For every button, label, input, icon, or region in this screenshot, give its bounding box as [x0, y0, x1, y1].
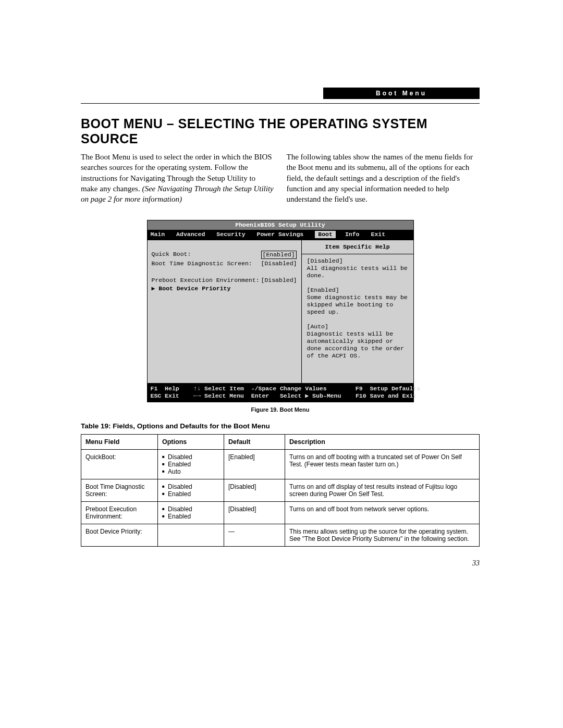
bios-row-label: Preboot Execution Environment: [152, 277, 261, 284]
option-item: Disabled [162, 453, 219, 461]
figure-caption: Figure 19. Boot Menu [81, 406, 480, 413]
bios-title-bar: PhoenixBIOS Setup Utility [148, 220, 413, 230]
cell-options [158, 524, 224, 547]
bios-tab-info: Info [345, 231, 360, 238]
bios-help-title: Item Specific Help [302, 240, 413, 254]
bios-tab-exit: Exit [371, 231, 385, 238]
bios-screenshot: PhoenixBIOS Setup Utility Main Advanced … [147, 220, 414, 402]
table-row: QuickBoot:DisabledEnabledAuto[Enabled]Tu… [81, 450, 480, 479]
th-options: Options [158, 435, 224, 450]
bios-footer-line2: ESC Exit ←→ Select Menu Enter Select ▶ S… [151, 392, 417, 399]
cell-field: Preboot Execution Environment: [81, 502, 158, 524]
bios-tab-power: Power Savings [257, 231, 304, 238]
option-item: Enabled [162, 490, 219, 498]
th-menu-field: Menu Field [81, 435, 158, 450]
bios-row-label: Quick Boot: [152, 251, 261, 259]
bios-footer-line1: F1 Help ↑↓ Select Item -/Space Change Va… [151, 385, 421, 392]
cell-field: Boot Device Priority: [81, 524, 158, 547]
intro-right-text: The following tables show the names of t… [287, 152, 480, 204]
page-number: 33 [472, 559, 480, 567]
cell-description: Turns on and off boot from network serve… [285, 502, 480, 524]
option-item: Auto [162, 468, 219, 475]
bios-row-label: Boot Time Diagnostic Screen: [152, 260, 261, 267]
horizontal-rule [81, 103, 480, 104]
cell-description: Turns on and off booting with a truncate… [285, 450, 480, 479]
bios-row-submenu: ▶ Boot Device Priority [152, 285, 261, 292]
bios-settings-list: Quick Boot: [Enabled] Boot Time Diagnost… [148, 240, 302, 383]
bios-footer: F1 Help ↑↓ Select Item -/Space Change Va… [148, 384, 413, 402]
cell-options: DisabledEnabled [158, 502, 224, 524]
bios-row-value: [Disabled] [261, 277, 297, 284]
bios-row-value-selected: [Enabled] [261, 251, 297, 259]
option-item: Enabled [162, 513, 219, 520]
cell-field: QuickBoot: [81, 450, 158, 479]
bios-tab-advanced: Advanced [176, 231, 205, 238]
cell-description: This menu allows setting up the source f… [285, 524, 480, 547]
cell-default: — [224, 524, 285, 547]
table-row: Boot Time Diagnostic Screen:DisabledEnab… [81, 479, 480, 502]
cell-default: [Disabled] [224, 502, 285, 524]
page-title: BOOT MENU – SELECTING THE OPERATING SYST… [81, 116, 480, 146]
option-item: Disabled [162, 505, 219, 513]
th-default: Default [224, 435, 285, 450]
bios-help-body: [Disabled] All diagnostic tests will be … [302, 254, 413, 363]
cell-options: DisabledEnabledAuto [158, 450, 224, 479]
table-title: Table 19: Fields, Options and Defaults f… [81, 422, 480, 430]
table-row: Boot Device Priority:—This menu allows s… [81, 524, 480, 547]
cell-description: Turns on and off display of test results… [285, 479, 480, 502]
table-row: Preboot Execution Environment:DisabledEn… [81, 502, 480, 524]
cell-field: Boot Time Diagnostic Screen: [81, 479, 158, 502]
intro-columns: The Boot Menu is used to select the orde… [81, 152, 480, 204]
bios-tab-bar: Main Advanced Security Power Savings Boo… [148, 230, 413, 240]
option-item: Enabled [162, 461, 219, 468]
bios-tab-security: Security [216, 231, 245, 238]
bios-row-value: [Disabled] [261, 260, 297, 267]
section-header-bar: Boot Menu [323, 88, 480, 99]
bios-tab-main: Main [151, 231, 165, 238]
cell-options: DisabledEnabled [158, 479, 224, 502]
cell-default: [Disabled] [224, 479, 285, 502]
th-description: Description [285, 435, 480, 450]
cell-default: [Enabled] [224, 450, 285, 479]
bios-tab-boot: Boot [315, 231, 336, 238]
fields-table: Menu Field Options Default Description Q… [81, 434, 480, 547]
option-item: Disabled [162, 483, 219, 490]
